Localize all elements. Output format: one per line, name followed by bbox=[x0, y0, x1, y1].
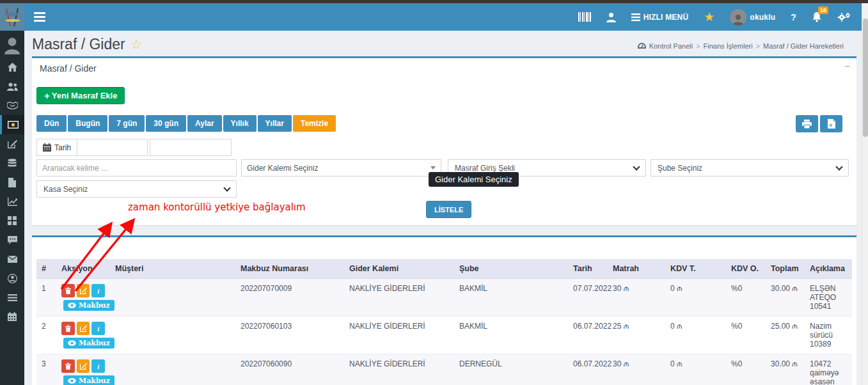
range-30days-button[interactable]: 30 gün bbox=[146, 115, 186, 132]
receipt-no-cell: 202207060090 bbox=[235, 354, 344, 385]
expense-item-cell: NAKLİYE GİDERLERİ bbox=[344, 354, 454, 385]
col-branch: Şube bbox=[454, 259, 568, 279]
sidebar-user-avatar[interactable] bbox=[0, 31, 24, 58]
list-button[interactable]: LİSTELE bbox=[426, 201, 471, 218]
date-filter-label: Tarih bbox=[36, 139, 77, 156]
sidebar-item-modules[interactable] bbox=[0, 211, 24, 230]
branch-select[interactable]: Şube Seçiniz bbox=[651, 159, 849, 177]
notification-badge: 16 bbox=[818, 6, 828, 14]
vat-amount-cell: 0 ₼ bbox=[665, 279, 726, 317]
export-excel-button[interactable]: x bbox=[820, 115, 842, 132]
sidebar-item-mail[interactable] bbox=[0, 249, 24, 269]
receipt-button[interactable]: Makbuz bbox=[63, 338, 114, 349]
sidebar-item-reports[interactable] bbox=[0, 192, 24, 211]
top-navbar: HIZLI MENÜ ★ okuklu ? 16 bbox=[0, 3, 868, 31]
edit-button[interactable] bbox=[77, 359, 90, 373]
user-circle-icon bbox=[8, 274, 17, 283]
range-today-button[interactable]: Bugün bbox=[68, 115, 107, 132]
sidebar-item-database[interactable] bbox=[0, 153, 24, 173]
vat-rate-cell: %0 bbox=[726, 354, 766, 385]
sidebar-item-calendar[interactable] bbox=[0, 307, 24, 326]
expense-item-cell: NAKLİYE GİDERLERİ bbox=[344, 279, 454, 317]
range-years-button[interactable]: Yıllar bbox=[258, 115, 292, 132]
app-logo[interactable] bbox=[0, 3, 24, 31]
delete-button[interactable] bbox=[61, 284, 75, 297]
vat-amount-cell: 0 ₼ bbox=[665, 317, 726, 354]
range-7days-button[interactable]: 7 gün bbox=[109, 115, 145, 132]
sidebar-item-finance-active[interactable] bbox=[0, 115, 24, 134]
file-icon bbox=[8, 178, 16, 187]
table-row: 3 i Makbuz 202207060090 NAKLİYE GİDERLER… bbox=[36, 354, 852, 385]
col-vat-amount: KDV T. bbox=[665, 259, 726, 279]
sidebar-item-customers[interactable] bbox=[0, 77, 24, 96]
sidebar-item-documents[interactable] bbox=[0, 173, 24, 192]
trash-icon bbox=[65, 325, 71, 332]
file-excel-icon: x bbox=[828, 119, 835, 129]
add-expense-button[interactable]: +Yeni Masraf Ekle bbox=[36, 87, 125, 104]
col-date: Tarih bbox=[568, 259, 608, 279]
receipt-button[interactable]: Makbuz bbox=[63, 375, 114, 385]
username-label: okuklu bbox=[750, 13, 775, 22]
favorites-button[interactable]: ★ bbox=[704, 10, 714, 24]
info-button[interactable]: i bbox=[91, 322, 105, 335]
clear-filter-button[interactable]: Temizle bbox=[293, 115, 336, 132]
col-vat-rate: KDV O. bbox=[726, 259, 766, 279]
sidebar bbox=[0, 31, 24, 385]
edit-button[interactable] bbox=[77, 322, 90, 335]
range-yearly-button[interactable]: Yıllık bbox=[223, 115, 256, 132]
results-panel: # Aksiyon Müşteri Makbuz Numarası Gider … bbox=[32, 235, 856, 385]
cash-register-select[interactable]: Kasa Seçiniz bbox=[36, 180, 237, 198]
delete-button[interactable] bbox=[61, 359, 75, 373]
barcode-button[interactable] bbox=[578, 12, 591, 22]
col-description: Açıklama bbox=[805, 259, 852, 279]
sidebar-item-lists[interactable] bbox=[0, 288, 24, 307]
breadcrumb-home[interactable]: Kontrol Paneli bbox=[649, 42, 693, 50]
expense-item-tooltip: Gider Kalemi Seçiniz bbox=[429, 172, 519, 187]
sidebar-item-messages[interactable] bbox=[0, 230, 24, 249]
total-cell: 25.00 ₼ bbox=[766, 317, 805, 354]
user-lookup-button[interactable] bbox=[606, 12, 616, 22]
user-menu[interactable]: okuklu bbox=[730, 9, 775, 26]
collapse-button[interactable]: − bbox=[844, 61, 850, 72]
sidebar-item-entry[interactable] bbox=[0, 134, 24, 153]
quick-menu-button[interactable]: HIZLI MENÜ bbox=[631, 13, 689, 22]
range-months-button[interactable]: Aylar bbox=[187, 115, 222, 132]
expense-table-body: 1 i Makbuz 202207070009 NAKLİYE GİDERLER… bbox=[36, 279, 852, 385]
date-start-input[interactable] bbox=[77, 139, 148, 156]
search-input[interactable] bbox=[36, 159, 237, 177]
col-base: Matrah bbox=[608, 259, 665, 279]
page-scrollbar[interactable] bbox=[862, 3, 868, 385]
col-action: Aksiyon bbox=[56, 259, 110, 279]
sidebar-toggle-icon[interactable] bbox=[34, 12, 45, 22]
favorite-star-icon[interactable]: ☆ bbox=[130, 37, 143, 52]
export-buttons: x bbox=[796, 115, 842, 132]
range-yesterday-button[interactable]: Dün bbox=[36, 115, 67, 132]
notifications-button[interactable]: 16 bbox=[812, 12, 822, 22]
edit-button[interactable] bbox=[77, 284, 90, 297]
row-number: 3 bbox=[36, 354, 56, 385]
grid-icon bbox=[8, 216, 17, 225]
delete-button[interactable] bbox=[61, 322, 75, 335]
date-end-input[interactable] bbox=[150, 139, 232, 156]
sidebar-item-account[interactable] bbox=[0, 269, 24, 288]
chevron-down-icon bbox=[633, 163, 640, 170]
print-button[interactable] bbox=[796, 115, 818, 132]
sidebar-item-home[interactable] bbox=[0, 58, 24, 77]
receipt-button[interactable]: Makbuz bbox=[63, 300, 114, 311]
breadcrumb-finance[interactable]: Finans İşlemleri bbox=[704, 42, 753, 50]
receipt-button-label: Makbuz bbox=[79, 377, 110, 385]
scrollbar-thumb[interactable] bbox=[863, 19, 868, 137]
settings-button[interactable] bbox=[837, 12, 851, 22]
date-cell: 06.07.2022 bbox=[568, 317, 608, 354]
sidebar-item-partners[interactable] bbox=[0, 96, 24, 115]
info-button[interactable]: i bbox=[91, 359, 105, 373]
help-button[interactable]: ? bbox=[791, 12, 796, 22]
pencil-square-icon bbox=[80, 363, 87, 370]
info-button[interactable]: i bbox=[91, 284, 105, 297]
filter-panel: Masraf / Gider − +Yeni Masraf Ekle Dün B… bbox=[32, 56, 856, 225]
person-icon bbox=[606, 12, 616, 22]
trash-icon bbox=[65, 363, 71, 370]
printer-icon bbox=[802, 120, 812, 129]
user-avatar-icon bbox=[4, 36, 20, 54]
expense-item-select[interactable]: Gider Kalemi Seçiniz bbox=[241, 159, 441, 177]
